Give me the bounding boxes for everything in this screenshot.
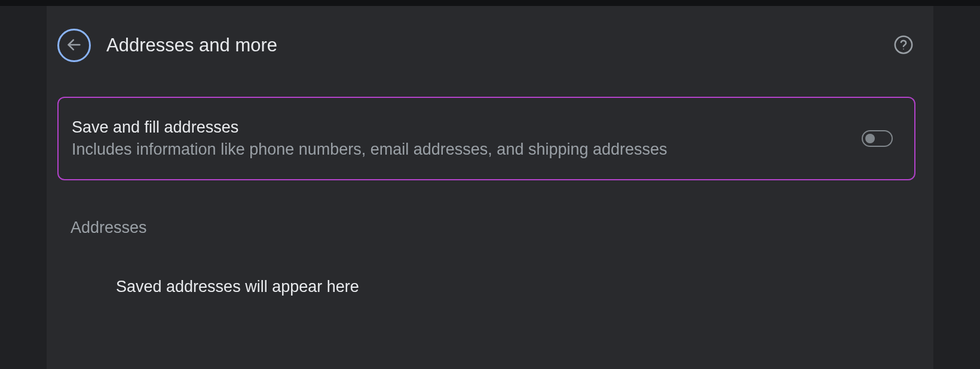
toggle-knob <box>865 134 875 143</box>
back-button[interactable] <box>57 29 91 62</box>
settings-page: Addresses and more Save and fill address… <box>47 6 933 369</box>
page-title: Addresses and more <box>106 35 277 56</box>
save-fill-toggle[interactable] <box>862 130 893 147</box>
setting-title: Save and fill addresses <box>72 118 667 137</box>
svg-point-2 <box>903 48 904 50</box>
setting-text-group: Save and fill addresses Includes informa… <box>72 118 667 159</box>
addresses-section-label: Addresses <box>71 219 933 237</box>
arrow-left-icon <box>66 36 82 55</box>
setting-description: Includes information like phone numbers,… <box>72 140 667 159</box>
help-icon <box>893 35 914 57</box>
svg-point-1 <box>895 36 912 53</box>
save-fill-addresses-row[interactable]: Save and fill addresses Includes informa… <box>57 97 915 180</box>
window-top-bar <box>0 0 980 6</box>
page-header: Addresses and more <box>47 29 933 62</box>
header-left-group: Addresses and more <box>57 29 277 62</box>
help-button[interactable] <box>892 33 915 57</box>
addresses-empty-message: Saved addresses will appear here <box>116 278 933 296</box>
